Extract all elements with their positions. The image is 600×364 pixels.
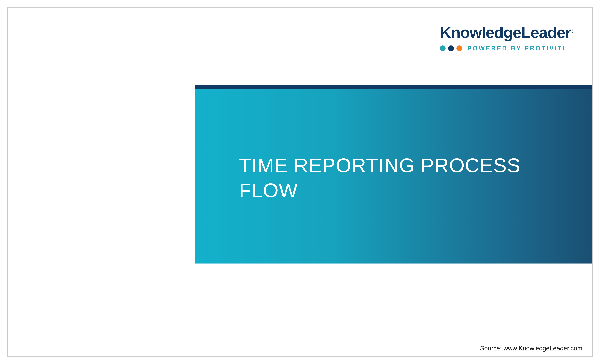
title-panel: TIME REPORTING PROCESS FLOW: [195, 89, 592, 264]
brand-subline: POWERED BY PROTIVITI: [440, 45, 574, 52]
brand-logo: KnowledgeLeader® POWERED BY PROTIVITI: [440, 25, 574, 52]
registered-mark: ®: [571, 29, 574, 33]
dot-teal-icon: [440, 46, 446, 51]
source-footer: Source: www.KnowledgeLeader.com: [480, 345, 582, 352]
slide-title: TIME REPORTING PROCESS FLOW: [239, 153, 575, 203]
title-accent-bar: [195, 85, 592, 89]
slide-frame: KnowledgeLeader® POWERED BY PROTIVITI TI…: [7, 7, 593, 357]
brand-dots-icon: [440, 46, 462, 51]
dot-orange-icon: [456, 46, 462, 51]
brand-name-text: KnowledgeLeader: [440, 24, 571, 41]
brand-tagline: POWERED BY PROTIVITI: [467, 45, 565, 52]
dot-navy-icon: [448, 46, 454, 51]
brand-name: KnowledgeLeader®: [440, 25, 574, 40]
